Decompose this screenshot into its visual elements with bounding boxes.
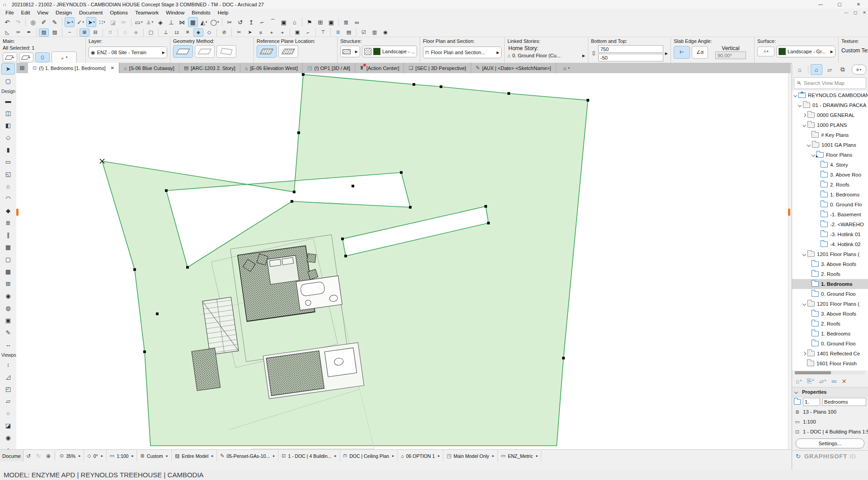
quick-layers-icon[interactable]: ≣ xyxy=(341,17,351,27)
menu-help[interactable]: Help xyxy=(214,9,232,16)
refplane-top-button[interactable] xyxy=(257,45,277,58)
pen-down-icon[interactable]: ✒ xyxy=(24,28,34,37)
expand-chevron-icon[interactable] xyxy=(802,123,806,127)
expand-chevron-icon[interactable] xyxy=(802,302,806,306)
selection-node[interactable] xyxy=(562,357,565,359)
grid-tool-icon[interactable]: ⊞ xyxy=(1,278,15,289)
view-map-item-1601-floor-finish[interactable]: 1601 Floor Finish xyxy=(792,359,868,368)
view-map-item-2-roofs[interactable]: 2. Roofs xyxy=(792,319,868,329)
morph-tool-icon[interactable]: ◆ xyxy=(1,205,15,216)
fill-type-combo[interactable]: ▶ xyxy=(340,46,360,57)
grid-snap-icon[interactable]: ∷ xyxy=(105,28,115,37)
tab-list-button[interactable]: ⌂▾ xyxy=(560,63,573,73)
selection-node[interactable] xyxy=(293,191,296,193)
detail-tool-icon[interactable]: ○ xyxy=(1,408,15,419)
menu-teamwork[interactable]: Teamwork xyxy=(131,9,162,16)
3d-cutaway-icon[interactable]: ✂ xyxy=(234,28,244,37)
view-name-input[interactable]: Bedrooms xyxy=(822,398,866,406)
tab--action-center-[interactable]: ♜[Action Center] xyxy=(355,63,404,73)
magic-wand-icon[interactable]: ▦ xyxy=(188,17,198,27)
trace-reference-icon[interactable]: ◆ xyxy=(131,28,141,37)
undo-icon[interactable]: ↶ xyxy=(2,17,12,27)
selection-node[interactable] xyxy=(302,73,305,76)
pen-up-icon[interactable]: ✑ xyxy=(13,28,23,37)
view-map-item--1-basement[interactable]: -1. Basement xyxy=(792,210,868,219)
snap-toggle-icon[interactable]: ✕ xyxy=(183,28,192,37)
view-map-item-2-roofs[interactable]: 2. Roofs xyxy=(792,269,868,279)
floor-plan-display-combo[interactable]: ⊓ Floor Plan and Section... ▶ xyxy=(423,47,502,58)
view-map-item--key-plans[interactable]: # Key Plans xyxy=(792,130,868,140)
view-map-item--3-hotlink-01[interactable]: -3. Hotlink 01 xyxy=(792,229,868,239)
edge-vertical-button[interactable]: ⊢ xyxy=(674,46,690,59)
railing-tool-icon[interactable]: ∥ xyxy=(1,229,15,241)
view-map-item-01-drawing-packa[interactable]: 01 - DRAWING PACKA xyxy=(792,100,868,110)
window-tool-icon[interactable]: ◧ xyxy=(1,120,15,131)
view-map-item-reynolds-cambodian[interactable]: REYNOLDS CAMBODIAN xyxy=(792,90,868,100)
selection-node[interactable] xyxy=(156,312,159,315)
check-document-icon[interactable]: ☑ xyxy=(359,28,369,37)
zoom-level-combo[interactable]: ⊙35%▸ xyxy=(56,450,84,462)
selection-node[interactable] xyxy=(586,99,589,102)
inject-parameters-icon[interactable]: ✐ xyxy=(39,17,49,27)
publisher-icon[interactable]: ⧉ xyxy=(837,64,849,75)
section-tool-icon[interactable]: ↕ xyxy=(1,359,15,370)
wall-tool-icon[interactable]: ▬ xyxy=(1,95,15,107)
selection-node[interactable] xyxy=(400,171,403,174)
settings-dialog-button[interactable]: ▸ xyxy=(3,52,17,62)
add-marker-a-icon[interactable]: + xyxy=(267,28,277,37)
geometry-polygon-button[interactable] xyxy=(173,45,193,58)
fill-display-icon[interactable]: ▨ xyxy=(39,28,49,37)
view-map-item-3-above-roofs[interactable]: 3. Above Roofs xyxy=(792,259,868,269)
view-map-item-0-ground-floo[interactable]: 0. Ground Floo xyxy=(792,289,868,299)
view-map-icon[interactable]: ⌂ xyxy=(811,64,822,75)
auto-dimension-icon[interactable]: 12 xyxy=(172,28,182,37)
snap-guides-icon[interactable]: ∷▾ xyxy=(97,17,107,27)
skylight-tool-icon[interactable]: ◇ xyxy=(1,132,15,143)
scale-combo[interactable]: ▭1:100▸ xyxy=(107,450,137,462)
view-map-item-3-above-roo[interactable]: 3. Above Roo xyxy=(792,170,868,180)
tab--s-06-blue-cutaway-[interactable]: ⌂[S-06 Blue Cutaway] xyxy=(119,63,179,73)
navigator-menu-button[interactable]: ≡▸ xyxy=(852,65,866,75)
geometry-rotated-button[interactable] xyxy=(216,45,236,58)
zone-tool-icon[interactable]: ▢ xyxy=(1,254,15,265)
trim-icon[interactable]: ⌐ xyxy=(257,17,267,27)
expand-chevron-icon[interactable] xyxy=(798,103,802,107)
tab-overview-button[interactable]: ⊞ xyxy=(16,63,28,73)
bottom-offset-input[interactable]: -50 xyxy=(598,54,663,61)
favorites-icon[interactable]: ✎ xyxy=(50,17,60,27)
intersect-icon[interactable]: ▣ xyxy=(279,17,289,27)
floor-plan-canvas[interactable] xyxy=(16,73,791,449)
menu-file[interactable]: File xyxy=(2,9,18,16)
view-map-item-2-roofs[interactable]: 2. Roofs xyxy=(792,180,868,190)
maximize-button[interactable]: ▢ xyxy=(830,0,849,9)
selection-node[interactable] xyxy=(297,131,300,134)
split-icon[interactable]: ✂ xyxy=(225,17,235,27)
doc-restore-button[interactable]: ▢ xyxy=(851,9,860,16)
selection-node[interactable] xyxy=(440,85,442,88)
arrow-tool-icon[interactable]: ➤ xyxy=(1,63,15,75)
pen-icon[interactable]: ✏ xyxy=(119,17,129,27)
measure-icon[interactable]: ⊞ xyxy=(315,17,325,27)
visibility-eye-icon[interactable]: ◉ xyxy=(380,28,390,37)
3d-select-icon[interactable]: ➤ xyxy=(245,28,255,37)
design-option-combo[interactable]: ⌂06 OPTION 1▸ xyxy=(398,450,443,462)
tree-horizontal-scrollbar[interactable] xyxy=(795,371,865,374)
close-button[interactable]: ✕ xyxy=(849,0,868,9)
view-map-item-1-bedrooms[interactable]: 1. Bedrooms xyxy=(792,329,868,339)
view-map-item-3-above-roofs[interactable]: 3. Above Roofs xyxy=(792,309,868,319)
3d-filter-icon[interactable]: ≡ xyxy=(256,28,266,37)
refplane-bottom-button[interactable] xyxy=(278,45,298,58)
selection-node[interactable] xyxy=(291,200,293,203)
door-tool-icon[interactable]: ◫ xyxy=(1,107,15,119)
guide-lines-icon[interactable]: ⊥ xyxy=(161,28,171,37)
object-tool-icon[interactable]: ◉ xyxy=(1,290,15,302)
selection-node[interactable] xyxy=(352,185,354,187)
menu-design[interactable]: Design xyxy=(52,9,75,16)
view-map-item-1201-floor-plans-[interactable]: 1201 Floor Plans ( xyxy=(792,299,868,309)
stretch-icon[interactable]: ⋈ xyxy=(177,17,187,27)
selection-node[interactable] xyxy=(133,268,136,271)
fill-display-alt-icon[interactable]: ▨ xyxy=(50,28,60,37)
node-edit-icon[interactable]: ◈ xyxy=(155,17,165,27)
menu-window[interactable]: Window xyxy=(162,9,188,16)
view-map-item--4-hotlink-02[interactable]: -4. Hotlink 02 xyxy=(792,239,868,249)
